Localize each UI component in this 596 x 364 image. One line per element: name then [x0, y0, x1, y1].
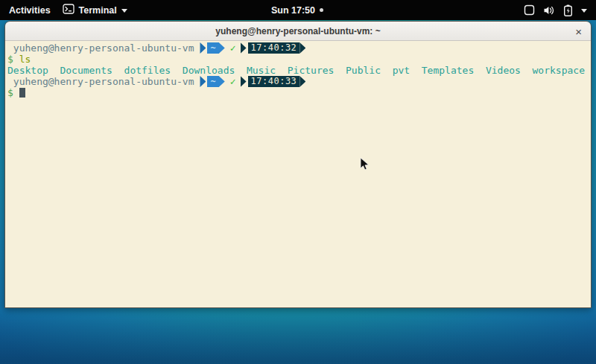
prompt-char: $	[7, 54, 13, 65]
status-check-icon: ✓	[230, 42, 236, 54]
time-segment: 17:40:32	[241, 42, 306, 54]
system-tray-button[interactable]	[323, 4, 596, 16]
cwd-label: ~	[207, 76, 218, 87]
status-check-icon: ✓	[230, 76, 236, 87]
top-bar: Activities Terminal Sun 17:50	[0, 0, 596, 20]
app-menu-button[interactable]: Terminal	[63, 4, 127, 16]
clock-label: Sun 17:50	[271, 5, 315, 16]
battery-charging-icon	[563, 4, 573, 16]
powerline-arrow-icon	[299, 42, 305, 54]
prompt-time: 17:40:33	[248, 76, 300, 87]
clock-button[interactable]: Sun 17:50	[271, 5, 323, 16]
terminal-content[interactable]: yuheng@henry-personal-ubuntu-vm ~ ✓ 17:4…	[5, 41, 591, 307]
text-cursor	[19, 88, 25, 98]
window-titlebar[interactable]: yuheng@henry-personal-ubuntu-vm: ~ ×	[5, 22, 591, 41]
directory-entry: Downloads	[183, 65, 235, 76]
time-segment: 17:40:33	[241, 76, 306, 87]
prompt-user-host: yuheng@henry-personal-ubuntu-vm	[13, 76, 194, 87]
directory-entry: Templates	[422, 65, 474, 76]
command-line: $ ls	[7, 54, 589, 65]
powerline-arrow-icon	[200, 76, 206, 87]
prompt-user-host: yuheng@henry-personal-ubuntu-vm	[13, 42, 194, 54]
volume-icon	[543, 5, 555, 16]
prompt-time: 17:40:32	[248, 42, 300, 54]
terminal-window: yuheng@henry-personal-ubuntu-vm: ~ × yuh…	[4, 21, 592, 308]
powerline-arrow-icon	[241, 42, 247, 54]
chevron-down-icon	[121, 9, 127, 13]
typed-command: ls	[19, 54, 31, 65]
powerline-arrow-icon	[219, 42, 225, 54]
cwd-segment: ~	[200, 76, 224, 87]
display-icon	[524, 4, 535, 16]
directory-entry: Videos	[486, 65, 521, 76]
prompt-line-1: yuheng@henry-personal-ubuntu-vm ~ ✓ 17:4…	[7, 42, 589, 54]
powerline-arrow-icon	[219, 76, 225, 87]
chevron-down-icon	[581, 9, 587, 13]
close-button[interactable]: ×	[573, 22, 584, 41]
powerline-arrow-icon	[200, 42, 206, 54]
ls-output-line: Desktop Documents dotfiles Downloads Mus…	[7, 65, 589, 76]
prompt-char: $	[7, 87, 13, 98]
cwd-label: ~	[207, 42, 218, 54]
directory-entry: workspace	[533, 65, 585, 76]
directory-entry: Public	[346, 65, 381, 76]
activities-button[interactable]: Activities	[7, 3, 52, 18]
cwd-segment: ~	[200, 42, 224, 54]
powerline-arrow-icon	[241, 76, 247, 87]
window-title: yuheng@henry-personal-ubuntu-vm: ~	[215, 26, 380, 36]
directory-entry: Desktop	[7, 65, 48, 76]
input-line[interactable]: $	[7, 87, 589, 98]
powerline-arrow-icon	[299, 76, 305, 87]
directory-entry: Documents	[60, 65, 112, 76]
directory-entry: dotfiles	[124, 65, 171, 76]
directory-entry: Pictures	[288, 65, 335, 76]
prompt-line-2: yuheng@henry-personal-ubuntu-vm ~ ✓ 17:4…	[7, 76, 589, 87]
directory-entry: pvt	[393, 65, 410, 76]
terminal-icon	[63, 4, 74, 16]
directory-entry: Music	[247, 65, 276, 76]
app-menu-label: Terminal	[79, 5, 117, 16]
